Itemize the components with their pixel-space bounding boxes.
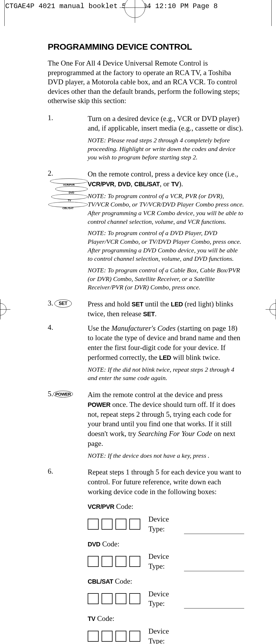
step-6: 6. Repeat steps 1 through 5 for each dev… bbox=[48, 467, 244, 644]
dvd-label: DVD bbox=[55, 191, 88, 194]
step-5: 5. POWER Aim the remote control at the d… bbox=[48, 390, 244, 463]
set-key-icon: SET bbox=[54, 299, 72, 308]
tv-label: TV bbox=[51, 199, 88, 202]
vcr-pvr-code-section: VCR/PVR Code: Device Type: bbox=[88, 502, 244, 534]
step-number: 2. bbox=[48, 169, 53, 177]
step-note: NOTE: Please read steps 2 through 4 comp… bbox=[88, 136, 244, 162]
step-number: 3. bbox=[48, 299, 53, 307]
step-text: Press and hold SET until the LED (red li… bbox=[88, 299, 244, 319]
step-2: 2. VCR/PVR DVD TV CBL/SAT On the bbox=[48, 169, 244, 295]
step-number: 1. bbox=[48, 114, 53, 122]
crop-mark bbox=[271, 0, 272, 26]
step-note: NOTE: To program control of a VCR, PVR (… bbox=[88, 192, 244, 226]
tv-code-section: TV Code: Device Type: bbox=[88, 614, 244, 644]
device-type-line bbox=[184, 640, 244, 644]
code-input-boxes bbox=[88, 593, 140, 604]
device-type-line bbox=[184, 566, 244, 571]
code-input-boxes bbox=[88, 556, 140, 567]
intro-paragraph: The One For All 4 Device Universal Remot… bbox=[48, 59, 244, 106]
power-key-icon: POWER bbox=[53, 391, 73, 397]
step-number: 5. bbox=[48, 390, 53, 398]
step-text: Aim the remote control at the device and… bbox=[88, 390, 244, 448]
step-note: NOTE: To program control of a DVD Player… bbox=[88, 229, 244, 263]
cbl-sat-code-section: CBL/SAT Code: Device Type: bbox=[88, 576, 244, 608]
registration-mark-icon bbox=[270, 303, 276, 315]
device-type-line bbox=[184, 603, 244, 608]
step-4: 4. Use the Manufacturer's Codes (startin… bbox=[48, 323, 244, 385]
vcr-pvr-label: VCR/PVR bbox=[50, 183, 88, 186]
step-note: NOTE: To program control of a Cable Box,… bbox=[88, 266, 244, 292]
step-text: Use the Manufacturer's Codes (starting o… bbox=[88, 323, 244, 362]
code-input-boxes bbox=[88, 519, 140, 530]
registration-mark-icon bbox=[0, 303, 6, 315]
step-1: 1. Turn on a desired device (e.g., VCR o… bbox=[48, 114, 244, 165]
device-type-label: Device Type: bbox=[148, 589, 183, 609]
step-number: 4. bbox=[48, 323, 53, 331]
page-title: PROGRAMMING DEVICE CONTROL bbox=[48, 42, 244, 52]
step-note: NOTE: If the device does not have a key,… bbox=[88, 451, 244, 460]
step-text: On the remote control, press a device ke… bbox=[88, 169, 244, 189]
dvd-code-section: DVD Code: Device Type: bbox=[88, 539, 244, 571]
step-number: 6. bbox=[48, 467, 53, 475]
step-text: Repeat steps 1 through 5 for each device… bbox=[88, 467, 244, 496]
device-key-stack: VCR/PVR DVD TV CBL/SAT bbox=[50, 178, 88, 210]
step-note: NOTE: If the did not blink twice, repeat… bbox=[88, 365, 244, 382]
cbl-sat-label: CBL/SAT bbox=[48, 207, 88, 210]
code-input-boxes bbox=[88, 631, 140, 642]
crop-mark bbox=[4, 0, 5, 26]
step-3: 3. SET Press and hold SET until the LED … bbox=[48, 299, 244, 319]
device-type-line bbox=[184, 528, 244, 534]
step-text: Turn on a desired device (e.g., VCR or D… bbox=[88, 114, 244, 133]
device-type-label: Device Type: bbox=[148, 626, 183, 644]
device-type-label: Device Type: bbox=[148, 514, 183, 534]
device-type-label: Device Type: bbox=[148, 552, 183, 571]
